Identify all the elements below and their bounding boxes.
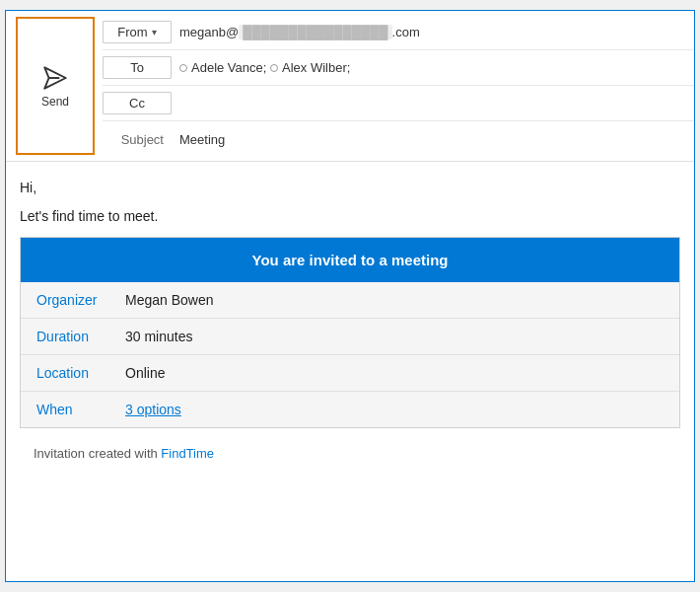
location-key: Location (36, 365, 125, 381)
from-row: From ▾ meganb@████████████████.com (103, 15, 694, 50)
email-fields: From ▾ meganb@████████████████.com To Ad… (103, 11, 694, 161)
recipient-alex[interactable]: Alex Wilber (282, 60, 347, 75)
organizer-val: Megan Bowen (125, 292, 214, 308)
duration-val: 30 minutes (125, 329, 192, 344)
recipient-adele[interactable]: Adele Vance (191, 60, 263, 75)
from-chevron-icon: ▾ (152, 27, 157, 37)
findtime-link[interactable]: FindTime (161, 446, 214, 461)
recipient-dot-2 (270, 64, 278, 72)
from-email: meganb@████████████████.com (179, 25, 420, 39)
cc-button[interactable]: Cc (103, 92, 172, 114)
findtime-footer: Invitation created with FindTime (20, 438, 680, 473)
when-options-link[interactable]: 3 options (125, 402, 181, 417)
email-body: Hi, Let's find time to meet. You are inv… (6, 162, 694, 581)
send-button[interactable]: Send (16, 17, 95, 155)
location-val: Online (125, 365, 165, 381)
from-button[interactable]: From ▾ (103, 21, 172, 43)
subject-row: Subject Meeting (103, 121, 694, 157)
when-val: 3 options (125, 402, 181, 417)
body-text: Let's find time to meet. (20, 206, 680, 227)
cc-label: Cc (129, 96, 145, 111)
when-key: When (36, 402, 125, 417)
email-window: Send From ▾ meganb@████████████████.com … (5, 10, 695, 582)
duration-key: Duration (36, 329, 125, 344)
location-row: Location Online (21, 355, 679, 392)
cc-row: Cc (103, 86, 694, 121)
send-label: Send (41, 95, 69, 109)
send-icon (40, 63, 70, 93)
greeting-text: Hi, (20, 178, 680, 198)
to-row: To Adele Vance; Alex Wilber; (103, 50, 694, 86)
meeting-card-body: Organizer Megan Bowen Duration 30 minute… (21, 282, 679, 427)
organizer-key: Organizer (36, 292, 125, 308)
footer-text: Invitation created with (34, 446, 161, 461)
to-value: Adele Vance; Alex Wilber; (179, 60, 694, 75)
subject-label: Subject (103, 132, 172, 147)
duration-row: Duration 30 minutes (21, 319, 679, 355)
to-button[interactable]: To (103, 56, 172, 79)
email-header: Send From ▾ meganb@████████████████.com … (6, 11, 694, 162)
organizer-row: Organizer Megan Bowen (21, 282, 679, 319)
when-row: When 3 options (21, 392, 679, 427)
meeting-card-header: You are invited to a meeting (21, 238, 679, 282)
subject-value: Meeting (179, 132, 694, 147)
meeting-card: You are invited to a meeting Organizer M… (20, 237, 680, 428)
from-label: From (117, 25, 147, 39)
recipient-dot-1 (179, 64, 187, 72)
to-label: To (130, 60, 144, 75)
